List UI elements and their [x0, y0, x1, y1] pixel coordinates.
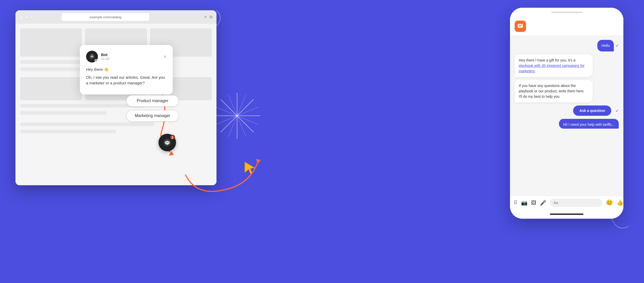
msg-tariffs: Hi! I need your help with tariffs... [559, 119, 619, 129]
chat-fab-button[interactable]: 1 [158, 134, 176, 151]
mic-icon[interactable]: 🎤 [540, 200, 546, 206]
svg-point-18 [167, 142, 168, 143]
messenger-header [510, 17, 623, 36]
bot-info: Bot 11:00 [101, 52, 163, 61]
msg-check-1: ✓ [615, 43, 619, 48]
msg-hello: Hello [597, 40, 614, 51]
chat-greeting: Hey there 👋 [86, 67, 166, 73]
svg-point-10 [91, 56, 92, 57]
window-icon[interactable]: ⧉ [210, 15, 212, 19]
messenger-avatar-icon [515, 21, 526, 32]
phone-mockup: Hello ✓ Hey there I have a gift for you,… [510, 8, 623, 219]
emoji-icon[interactable]: 😊 [606, 199, 613, 206]
url-text: example.com/catalog [90, 15, 121, 19]
svg-rect-12 [91, 58, 93, 58]
chat-popup-header: Bot 11:00 × [86, 51, 166, 63]
marketing-manager-btn[interactable]: Marketing manager [126, 110, 179, 121]
svg-point-14 [92, 54, 93, 55]
chat-fab-icon [163, 138, 172, 147]
phone-notch-bar [551, 12, 582, 13]
response-buttons-container: Product manager Marketing manager [126, 95, 179, 121]
svg-point-11 [92, 56, 93, 57]
phone-input-bar: ⠿ 📷 🖼 🎤 😊 👍 [510, 196, 623, 209]
bot-name: Bot [101, 52, 163, 57]
browser-window: example.com/catalog + ⧉ [15, 10, 216, 185]
playbook-link[interactable]: playbook with 30 triggered campaigns for… [519, 64, 584, 73]
ask-question-row: Ask a question ✓ [515, 105, 619, 116]
camera-icon[interactable]: 📷 [521, 200, 528, 206]
svg-rect-22 [518, 24, 523, 28]
svg-point-19 [168, 142, 169, 143]
grid-icon[interactable]: ⠿ [514, 200, 517, 206]
msg-questions: If you have any questions about the play… [515, 80, 593, 102]
chat-fab-badge: 1 [170, 135, 175, 140]
ask-question-button[interactable]: Ask a question [573, 105, 611, 116]
message-input[interactable] [550, 199, 602, 207]
bot-avatar-icon [88, 53, 96, 60]
chat-message-text: Oh, I see you read our articles. Great. … [86, 75, 166, 86]
browser-toolbar: example.com/catalog + ⧉ [15, 10, 216, 24]
close-button[interactable]: × [163, 54, 166, 60]
messages-area: Hello ✓ Hey there I have a gift for you,… [510, 36, 623, 196]
new-tab-icon[interactable]: + [204, 14, 207, 20]
phone-notch [510, 8, 623, 17]
msg-hello-row: Hello ✓ [515, 40, 619, 51]
msg-check-2: ✓ [615, 108, 619, 113]
msg-gift: Hey there I have a gift for you, it's a … [515, 55, 593, 77]
online-indicator [95, 59, 97, 62]
product-manager-btn[interactable]: Product manager [126, 95, 179, 107]
phone-home-bar [510, 209, 623, 219]
url-bar[interactable]: example.com/catalog [62, 13, 149, 21]
bot-avatar [86, 51, 98, 63]
chat-popup: Bot 11:00 × Hey there 👋 Oh, I see you re… [80, 45, 173, 94]
bot-time: 11:00 [101, 57, 163, 61]
image-icon[interactable]: 🖼 [531, 200, 536, 206]
thumbs-up-icon[interactable]: 👍 [616, 199, 623, 206]
phone-content: Hello ✓ Hey there I have a gift for you,… [510, 17, 623, 209]
svg-point-17 [166, 142, 167, 143]
home-indicator [550, 214, 583, 215]
